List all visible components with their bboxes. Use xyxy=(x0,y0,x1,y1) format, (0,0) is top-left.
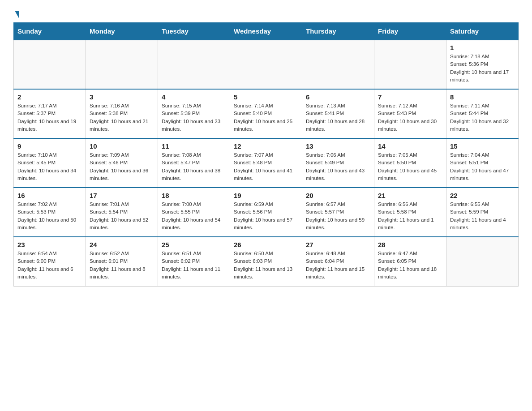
day-info: Sunrise: 7:05 AMSunset: 5:50 PMDaylight:… xyxy=(378,151,442,182)
day-info: Sunrise: 7:14 AMSunset: 5:40 PMDaylight:… xyxy=(234,102,298,133)
calendar-cell: 6Sunrise: 7:13 AMSunset: 5:41 PMDaylight… xyxy=(302,89,374,138)
day-info: Sunrise: 7:09 AMSunset: 5:46 PMDaylight:… xyxy=(90,151,154,182)
day-info: Sunrise: 6:52 AMSunset: 6:01 PMDaylight:… xyxy=(90,250,154,281)
calendar-cell xyxy=(374,40,446,89)
day-info: Sunrise: 6:47 AMSunset: 6:05 PMDaylight:… xyxy=(378,250,442,281)
day-number: 15 xyxy=(450,142,515,150)
calendar-cell xyxy=(86,40,158,89)
calendar-cell: 19Sunrise: 6:59 AMSunset: 5:56 PMDayligh… xyxy=(230,188,302,237)
week-row-3: 9Sunrise: 7:10 AMSunset: 5:45 PMDaylight… xyxy=(14,138,519,188)
calendar-cell xyxy=(158,40,230,89)
calendar-cell: 16Sunrise: 7:02 AMSunset: 5:53 PMDayligh… xyxy=(14,188,86,237)
day-number: 1 xyxy=(450,44,515,51)
calendar-cell: 24Sunrise: 6:52 AMSunset: 6:01 PMDayligh… xyxy=(86,237,158,286)
calendar-cell: 20Sunrise: 6:57 AMSunset: 5:57 PMDayligh… xyxy=(302,188,374,237)
calendar-cell: 5Sunrise: 7:14 AMSunset: 5:40 PMDaylight… xyxy=(230,89,302,138)
day-number: 25 xyxy=(162,241,226,248)
day-number: 6 xyxy=(306,93,370,101)
weekday-header-monday: Monday xyxy=(86,23,158,40)
calendar-cell: 15Sunrise: 7:04 AMSunset: 5:51 PMDayligh… xyxy=(446,138,519,188)
weekday-header-friday: Friday xyxy=(374,23,446,40)
day-number: 16 xyxy=(17,192,82,199)
calendar-cell xyxy=(446,237,519,286)
calendar-cell: 23Sunrise: 6:54 AMSunset: 6:00 PMDayligh… xyxy=(14,237,86,286)
day-info: Sunrise: 6:57 AMSunset: 5:57 PMDaylight:… xyxy=(306,201,370,231)
calendar-cell: 9Sunrise: 7:10 AMSunset: 5:45 PMDaylight… xyxy=(14,138,86,188)
calendar-cell xyxy=(14,40,86,89)
weekday-header-thursday: Thursday xyxy=(302,23,374,40)
calendar-cell: 1Sunrise: 7:18 AMSunset: 5:36 PMDaylight… xyxy=(446,40,519,89)
calendar-cell: 26Sunrise: 6:50 AMSunset: 6:03 PMDayligh… xyxy=(230,237,302,286)
week-row-2: 2Sunrise: 7:17 AMSunset: 5:37 PMDaylight… xyxy=(14,89,519,138)
calendar-cell: 22Sunrise: 6:55 AMSunset: 5:59 PMDayligh… xyxy=(446,188,519,237)
day-number: 9 xyxy=(17,142,82,150)
day-number: 11 xyxy=(162,142,226,150)
day-number: 5 xyxy=(234,93,298,101)
day-info: Sunrise: 7:06 AMSunset: 5:49 PMDaylight:… xyxy=(306,151,370,182)
day-number: 19 xyxy=(234,192,298,199)
day-number: 12 xyxy=(234,142,298,150)
day-info: Sunrise: 6:51 AMSunset: 6:02 PMDaylight:… xyxy=(162,250,226,281)
week-row-1: 1Sunrise: 7:18 AMSunset: 5:36 PMDaylight… xyxy=(14,40,519,89)
calendar-cell: 4Sunrise: 7:15 AMSunset: 5:39 PMDaylight… xyxy=(158,89,230,138)
calendar-cell: 25Sunrise: 6:51 AMSunset: 6:02 PMDayligh… xyxy=(158,237,230,286)
day-number: 24 xyxy=(90,241,154,248)
day-number: 18 xyxy=(162,192,226,199)
week-row-4: 16Sunrise: 7:02 AMSunset: 5:53 PMDayligh… xyxy=(14,188,519,237)
calendar-cell: 28Sunrise: 6:47 AMSunset: 6:05 PMDayligh… xyxy=(374,237,446,286)
weekday-header-tuesday: Tuesday xyxy=(158,23,230,40)
day-info: Sunrise: 7:04 AMSunset: 5:51 PMDaylight:… xyxy=(450,151,515,182)
day-info: Sunrise: 7:16 AMSunset: 5:38 PMDaylight:… xyxy=(90,102,154,133)
day-number: 14 xyxy=(378,142,442,150)
day-info: Sunrise: 6:54 AMSunset: 6:00 PMDaylight:… xyxy=(17,250,82,281)
day-info: Sunrise: 7:11 AMSunset: 5:44 PMDaylight:… xyxy=(450,102,515,133)
calendar-cell: 13Sunrise: 7:06 AMSunset: 5:49 PMDayligh… xyxy=(302,138,374,188)
day-number: 17 xyxy=(90,192,154,199)
logo-arrow-icon xyxy=(15,11,19,19)
day-number: 8 xyxy=(450,93,515,101)
day-number: 13 xyxy=(306,142,370,150)
day-number: 20 xyxy=(306,192,370,199)
day-info: Sunrise: 7:12 AMSunset: 5:43 PMDaylight:… xyxy=(378,102,442,133)
calendar-cell: 27Sunrise: 6:48 AMSunset: 6:04 PMDayligh… xyxy=(302,237,374,286)
day-number: 10 xyxy=(90,142,154,150)
day-number: 2 xyxy=(17,93,82,101)
calendar-cell: 12Sunrise: 7:07 AMSunset: 5:48 PMDayligh… xyxy=(230,138,302,188)
day-number: 4 xyxy=(162,93,226,101)
day-info: Sunrise: 7:18 AMSunset: 5:36 PMDaylight:… xyxy=(450,53,515,84)
day-number: 23 xyxy=(17,241,82,248)
weekday-header-saturday: Saturday xyxy=(446,23,519,40)
day-info: Sunrise: 6:55 AMSunset: 5:59 PMDaylight:… xyxy=(450,201,515,231)
day-info: Sunrise: 7:17 AMSunset: 5:37 PMDaylight:… xyxy=(17,102,82,133)
day-info: Sunrise: 7:01 AMSunset: 5:54 PMDaylight:… xyxy=(90,201,154,231)
day-info: Sunrise: 6:59 AMSunset: 5:56 PMDaylight:… xyxy=(234,201,298,231)
day-info: Sunrise: 7:08 AMSunset: 5:47 PMDaylight:… xyxy=(162,151,226,182)
weekday-header-wednesday: Wednesday xyxy=(230,23,302,40)
day-info: Sunrise: 6:50 AMSunset: 6:03 PMDaylight:… xyxy=(234,250,298,281)
day-number: 21 xyxy=(378,192,442,199)
day-info: Sunrise: 7:00 AMSunset: 5:55 PMDaylight:… xyxy=(162,201,226,231)
day-info: Sunrise: 7:13 AMSunset: 5:41 PMDaylight:… xyxy=(306,102,370,133)
calendar-table: SundayMondayTuesdayWednesdayThursdayFrid… xyxy=(13,22,519,287)
calendar-cell: 14Sunrise: 7:05 AMSunset: 5:50 PMDayligh… xyxy=(374,138,446,188)
day-number: 26 xyxy=(234,241,298,248)
calendar-cell: 17Sunrise: 7:01 AMSunset: 5:54 PMDayligh… xyxy=(86,188,158,237)
day-info: Sunrise: 7:02 AMSunset: 5:53 PMDaylight:… xyxy=(17,201,82,231)
calendar-cell xyxy=(302,40,374,89)
calendar-cell: 18Sunrise: 7:00 AMSunset: 5:55 PMDayligh… xyxy=(158,188,230,237)
weekday-header-row: SundayMondayTuesdayWednesdayThursdayFrid… xyxy=(14,23,519,40)
day-number: 7 xyxy=(378,93,442,101)
day-number: 3 xyxy=(90,93,154,101)
calendar-cell: 11Sunrise: 7:08 AMSunset: 5:47 PMDayligh… xyxy=(158,138,230,188)
week-row-5: 23Sunrise: 6:54 AMSunset: 6:00 PMDayligh… xyxy=(14,237,519,286)
calendar-cell: 2Sunrise: 7:17 AMSunset: 5:37 PMDaylight… xyxy=(14,89,86,138)
calendar-cell: 21Sunrise: 6:56 AMSunset: 5:58 PMDayligh… xyxy=(374,188,446,237)
calendar-cell: 7Sunrise: 7:12 AMSunset: 5:43 PMDaylight… xyxy=(374,89,446,138)
day-number: 27 xyxy=(306,241,370,248)
day-info: Sunrise: 7:10 AMSunset: 5:45 PMDaylight:… xyxy=(17,151,82,182)
day-info: Sunrise: 6:48 AMSunset: 6:04 PMDaylight:… xyxy=(306,250,370,281)
calendar-cell: 3Sunrise: 7:16 AMSunset: 5:38 PMDaylight… xyxy=(86,89,158,138)
logo xyxy=(13,9,19,18)
day-info: Sunrise: 7:07 AMSunset: 5:48 PMDaylight:… xyxy=(234,151,298,182)
weekday-header-sunday: Sunday xyxy=(14,23,86,40)
